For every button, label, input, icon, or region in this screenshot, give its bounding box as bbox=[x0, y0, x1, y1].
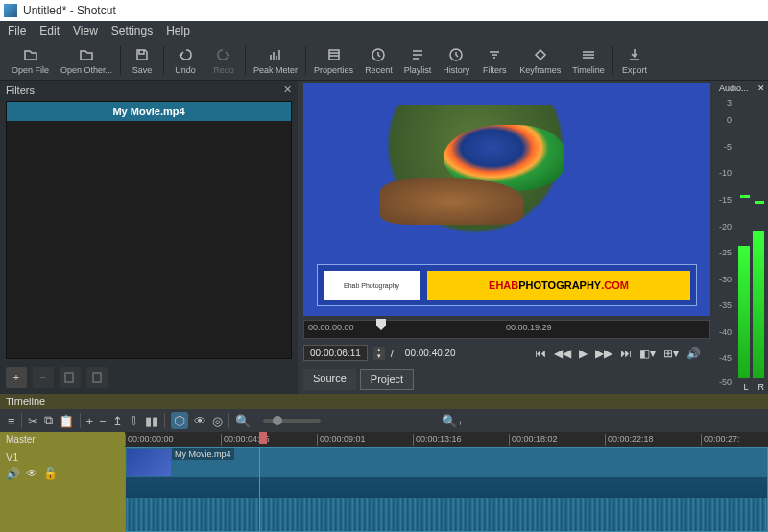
export-button[interactable]: Export bbox=[615, 44, 654, 77]
svg-rect-3 bbox=[65, 373, 73, 382]
meter-icon bbox=[267, 46, 284, 63]
menu-edit[interactable]: Edit bbox=[39, 24, 60, 37]
playlist-button[interactable]: Playlist bbox=[398, 44, 438, 77]
preview-logo: Ehab Photography bbox=[324, 271, 420, 300]
undo-button[interactable]: Undo bbox=[166, 44, 204, 77]
track-lock-button[interactable]: 🔓 bbox=[43, 467, 58, 480]
timeline-track-headers: Master V1 🔊 👁 🔓 bbox=[0, 432, 125, 532]
menubar: File Edit View Settings Help bbox=[0, 21, 768, 40]
app-logo bbox=[4, 4, 17, 17]
save-button[interactable]: Save bbox=[123, 44, 161, 77]
menu-file[interactable]: File bbox=[8, 24, 26, 37]
filters-close-button[interactable]: ✕ bbox=[283, 84, 292, 96]
timeline-title: Timeline bbox=[0, 394, 768, 409]
tc-sep: / bbox=[391, 348, 394, 359]
remove-filter-button[interactable]: − bbox=[33, 367, 54, 388]
current-timecode[interactable]: 00:00:06:11 bbox=[303, 345, 368, 361]
peak-meter-button[interactable]: Peak Meter bbox=[248, 44, 303, 77]
tl-zoom-slider[interactable] bbox=[263, 419, 321, 423]
source-tab[interactable]: Source bbox=[303, 369, 356, 390]
total-timecode: 00:00:40:20 bbox=[399, 346, 462, 360]
recent-button[interactable]: Recent bbox=[359, 44, 398, 77]
keyframes-icon bbox=[532, 46, 549, 63]
filters-button[interactable]: Filters bbox=[475, 44, 514, 77]
tl-remove-button[interactable]: − bbox=[99, 414, 107, 428]
forward-button[interactable]: ▶▶ bbox=[595, 347, 612, 360]
add-filter-button[interactable]: + bbox=[6, 367, 27, 388]
tl-snap-button[interactable]: ⬡ bbox=[171, 412, 188, 429]
master-track-header[interactable]: Master bbox=[0, 432, 125, 447]
track-hide-button[interactable]: 👁 bbox=[26, 467, 37, 480]
paste-filter-button[interactable] bbox=[86, 367, 108, 388]
timeline-tracks-area[interactable]: 00:00:00:00 00:00:04:15 00:00:09:01 00:0… bbox=[125, 432, 768, 532]
preview-banner: Ehab Photography EHABPHOTOGRAPHY.COM bbox=[317, 264, 697, 306]
properties-button[interactable]: Properties bbox=[308, 44, 359, 77]
filters-icon bbox=[486, 46, 503, 63]
volume-button[interactable]: 🔊 bbox=[686, 347, 701, 360]
tl-zoom-out-button[interactable]: 🔍₋ bbox=[235, 414, 257, 428]
tl-cut-button[interactable]: ✂ bbox=[28, 414, 38, 428]
copy-filter-button[interactable] bbox=[60, 367, 81, 388]
transport-bar: 00:00:06:11 ▲▼ / 00:00:40:20 ⏮ ◀◀ ▶ ▶▶ ⏭… bbox=[298, 341, 716, 365]
open-other-button[interactable]: Open Other... bbox=[55, 44, 118, 77]
undo-icon bbox=[177, 46, 194, 63]
redo-button[interactable]: Redo bbox=[204, 44, 243, 77]
tl-scrub-button[interactable]: 👁 bbox=[194, 414, 206, 428]
tl-ripple-button[interactable]: ◎ bbox=[212, 414, 223, 428]
timeline-playhead[interactable] bbox=[259, 432, 267, 444]
preview-ruler[interactable]: 00:00:00:00 00:00:19:29 bbox=[303, 320, 710, 339]
timeline-icon bbox=[580, 46, 597, 63]
timeline-clip[interactable]: My Movie.mp4 bbox=[125, 447, 768, 532]
audio-meter-panel: Audio...✕ 3 0 -5 -10 -15 -20 -25 -30 -35… bbox=[716, 81, 768, 394]
export-icon bbox=[626, 46, 643, 63]
preview-playhead[interactable] bbox=[376, 319, 386, 330]
playlist-icon bbox=[409, 46, 426, 63]
filters-title: Filters bbox=[6, 85, 35, 96]
menu-help[interactable]: Help bbox=[166, 24, 190, 37]
folder-icon bbox=[78, 46, 95, 63]
play-button[interactable]: ▶ bbox=[579, 347, 588, 360]
save-icon bbox=[133, 46, 151, 63]
keyframes-button[interactable]: Keyframes bbox=[514, 44, 566, 77]
menu-settings[interactable]: Settings bbox=[111, 24, 153, 37]
open-file-button[interactable]: Open File bbox=[6, 44, 55, 77]
rewind-button[interactable]: ◀◀ bbox=[554, 347, 571, 360]
zoom-toggle-button[interactable]: ◧▾ bbox=[639, 347, 656, 360]
history-icon bbox=[447, 46, 465, 63]
tc-down[interactable]: ▼ bbox=[373, 353, 385, 360]
timeline-button[interactable]: Timeline bbox=[566, 44, 611, 77]
project-tab[interactable]: Project bbox=[360, 369, 414, 390]
timeline-ruler[interactable]: 00:00:00:00 00:00:04:15 00:00:09:01 00:0… bbox=[125, 432, 768, 447]
svg-rect-4 bbox=[93, 373, 101, 382]
tl-menu-button[interactable]: ≡ bbox=[8, 414, 15, 428]
tl-lift-button[interactable]: ↥ bbox=[112, 414, 123, 428]
audio-bars bbox=[738, 85, 764, 378]
timeline-playhead-line[interactable] bbox=[259, 447, 260, 532]
tl-overwrite-button[interactable]: ⇩ bbox=[129, 414, 139, 428]
preview-image bbox=[303, 83, 710, 260]
preview-url: EHABPHOTOGRAPHY.COM bbox=[427, 271, 690, 300]
track-v1-header[interactable]: V1 🔊 👁 🔓 bbox=[0, 447, 125, 532]
filters-panel: Filters✕ My Movie.mp4 + − bbox=[0, 81, 298, 394]
folder-open-icon bbox=[22, 46, 39, 63]
filters-list[interactable]: My Movie.mp4 bbox=[6, 101, 292, 359]
clip-thumbnail bbox=[127, 449, 171, 476]
tc-up[interactable]: ▲ bbox=[373, 347, 385, 353]
tl-paste-button[interactable]: 📋 bbox=[59, 414, 74, 428]
menu-view[interactable]: View bbox=[73, 24, 98, 37]
clock-icon bbox=[370, 46, 387, 63]
main-toolbar: Open File Open Other... Save Undo Redo P… bbox=[0, 40, 768, 81]
svg-rect-0 bbox=[329, 50, 339, 60]
tl-append-button[interactable]: + bbox=[86, 414, 94, 428]
skip-end-button[interactable]: ⏭ bbox=[620, 347, 632, 360]
titlebar: Untitled* - Shotcut bbox=[0, 0, 768, 21]
tl-split-button[interactable]: ▮▮ bbox=[145, 414, 158, 428]
properties-icon bbox=[325, 46, 343, 63]
tl-copy-button[interactable]: ⧉ bbox=[44, 413, 53, 428]
history-button[interactable]: History bbox=[437, 44, 475, 77]
track-mute-button[interactable]: 🔊 bbox=[6, 467, 20, 480]
tl-zoom-in-button[interactable]: 🔍₊ bbox=[442, 414, 464, 428]
skip-start-button[interactable]: ⏮ bbox=[535, 347, 546, 360]
preview-screen[interactable]: Ehab Photography EHABPHOTOGRAPHY.COM bbox=[303, 83, 710, 316]
grid-button[interactable]: ⊞▾ bbox=[663, 347, 679, 360]
